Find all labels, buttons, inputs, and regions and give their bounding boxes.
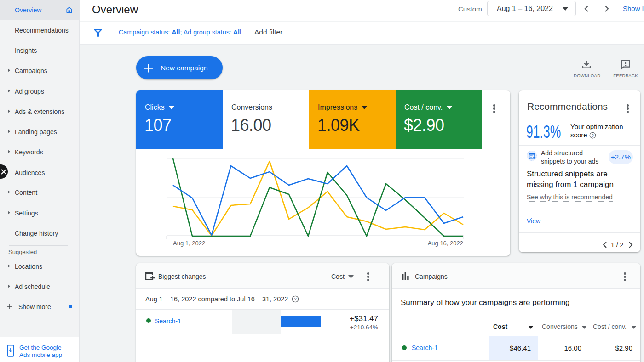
svg-text:Aug 1, 2022: Aug 1, 2022 xyxy=(173,240,205,247)
svg-text:Aug 16, 2022: Aug 16, 2022 xyxy=(428,240,463,247)
svg-text:?: ? xyxy=(592,133,594,138)
svg-text:?: ? xyxy=(294,297,297,301)
